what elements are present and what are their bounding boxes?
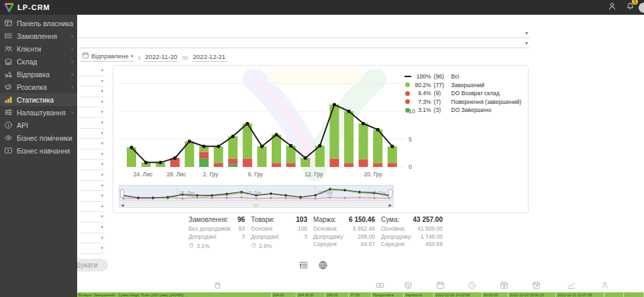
sidebar-item-розсилка[interactable]: .f{fill:currentColor;stroke:none}.k{fill…: [0, 80, 77, 93]
legend-item[interactable]: 7.3%(7)Повернення (завершений): [405, 98, 521, 107]
date-to-input[interactable]: 2022-12-21: [192, 53, 227, 62]
sidebar-item-замовлення[interactable]: .f{fill:currentColor;stroke:none}.k{fill…: [0, 29, 77, 42]
bag-icon[interactable]: .f{fill:currentColor;stroke:none}.k{fill…: [213, 280, 222, 292]
scroll-left-icon[interactable]: ◀: [121, 203, 124, 207]
chart-range-navigator[interactable]: 28. Лис5. Гру13. Гру19. Гру: [119, 185, 394, 201]
side-filter-select-12[interactable]: ▾: [79, 181, 105, 192]
sidebar-item-склад[interactable]: .f{fill:currentColor;stroke:none}.k{fill…: [0, 55, 77, 68]
table-cell[interactable]: Укрпошта: [404, 292, 434, 297]
side-filter-select-14[interactable]: ▾: [79, 202, 105, 213]
chevron-right-icon: ›: [71, 109, 73, 116]
side-filter-select-3[interactable]: ▾: [79, 86, 105, 97]
legend-count: (3): [434, 107, 449, 113]
banknote-icon[interactable]: .f{fill:currentColor;stroke:none}.k{fill…: [376, 280, 384, 292]
avatar[interactable]: [639, 3, 644, 13]
side-filter-select-6[interactable]: ▾: [79, 118, 105, 129]
navigator-left-handle[interactable]: [120, 189, 124, 198]
side-filter-select-2[interactable]: ▾: [79, 76, 105, 87]
table-cell[interactable]: ···: [624, 292, 644, 297]
side-filter-select-7[interactable]: ▾: [79, 129, 105, 139]
table-cell[interactable]: 2022-12-20 14:10:06: [434, 292, 482, 297]
sidebar-item-api[interactable]: .f{fill:currentColor;stroke:none}.k{fill…: [0, 119, 77, 131]
navigator-right-handle[interactable]: [388, 189, 392, 198]
stat-sub-value: 3: [241, 233, 245, 241]
legend-item[interactable]: 100%(96)Всі: [405, 72, 521, 81]
date-type-select[interactable]: .f{fill:currentColor;stroke:none}.k{fill…: [80, 52, 134, 62]
table-cell[interactable]: 00:00:00: [482, 292, 508, 297]
table-cell[interactable]: ···: [604, 292, 625, 297]
table-cell[interactable]: 204.00: [272, 292, 297, 297]
statistics-icon: .f{fill:currentColor;stroke:none}.k{fill…: [4, 95, 13, 104]
stat-sub-value: 93: [239, 225, 245, 233]
side-filter-selects: ▾▾▾▾▾▾▾▾▾▾▾▾▾▾▾▾▾▾: [79, 66, 105, 254]
sidebar-item-бізнес-помічники[interactable]: .f{fill:currentColor;stroke:none}.k{fill…: [0, 131, 77, 144]
table-cell[interactable]: Предоплата: [372, 292, 405, 297]
side-filter-select-9[interactable]: ▾: [79, 150, 105, 160]
stat-sub-value: 1 748.00: [421, 233, 443, 241]
mailing-icon: .f{fill:currentColor;stroke:none}.k{fill…: [4, 82, 13, 91]
table-cell[interactable]: 204.00 Zł: [297, 292, 325, 297]
side-filter-select-8[interactable]: ▾: [79, 139, 105, 150]
person-icon[interactable]: .f{fill:currentColor;stroke:none}.k{fill…: [600, 280, 609, 292]
calendar-dollar-icon[interactable]: .f{fill:currentColor;stroke:none}.k{fill…: [500, 280, 508, 292]
sidebar-item-відправка[interactable]: .f{fill:currentColor;stroke:none}.k{fill…: [0, 68, 77, 80]
stat-sub-label: Допродані:: [251, 233, 280, 241]
side-filter-select-10[interactable]: ▾: [79, 160, 105, 170]
side-filter-select-18[interactable]: ▾: [79, 243, 105, 254]
scrollbar-grip[interactable]: |||: [254, 203, 259, 207]
sidebar-item-клієнти[interactable]: .f{fill:currentColor;stroke:none}.k{fill…: [0, 42, 77, 55]
clock-icon[interactable]: .f{fill:currentColor;stroke:none}.k{fill…: [468, 280, 476, 292]
globe-toggle[interactable]: .f{fill:currentColor;stroke:none}.k{fill…: [318, 260, 328, 273]
side-filter-select-15[interactable]: ▾: [79, 212, 105, 223]
legend-item[interactable]: 3.1%(3)DO Завершено: [405, 106, 521, 115]
search-button[interactable]: Шукати: [77, 259, 108, 272]
stat-sub-value: 450.59: [425, 241, 443, 249]
legend-item[interactable]: 9.4%(9)DO Возврат склад: [405, 89, 521, 98]
x-tick-label: 6. Гру: [248, 171, 263, 178]
legend-percent: 9.4%: [414, 90, 431, 97]
side-filter-select-1[interactable]: ▾: [79, 66, 105, 76]
sidebar-item-панель-власника[interactable]: .f{fill:currentColor;stroke:none}.k{fill…: [0, 17, 77, 29]
chevron-down-icon: ▾: [101, 78, 103, 84]
sidebar-item-бізнес-навчання[interactable]: .f{fill:currentColor;stroke:none}.k{fill…: [0, 144, 77, 157]
legend-item[interactable]: 80.2%(77)Завершений: [405, 81, 521, 90]
user-icon[interactable]: .f{fill:currentColor;stroke:none}.k{fill…: [608, 1, 616, 13]
side-filter-select-4[interactable]: ▾: [79, 97, 105, 108]
sidebar-item-статистика[interactable]: .f{fill:currentColor;stroke:none}.k{fill…: [0, 93, 77, 106]
legend-marker-icon: [405, 99, 411, 104]
calendar-icon[interactable]: .f{fill:currentColor;stroke:none}.k{fill…: [436, 280, 445, 292]
date-from-input[interactable]: 2022-11-20: [144, 53, 178, 62]
brand[interactable]: LP-CRM: [0, 3, 50, 13]
table-row[interactable]: Возврат Завершений · Сумка Magic Tools (…: [77, 292, 644, 297]
sidebar-item-label: Бізнес навчання: [17, 147, 70, 155]
legend-count: (96): [434, 73, 449, 80]
notifications-bell[interactable]: .f{fill:currentColor;stroke:none}.k{fill…: [626, 1, 635, 13]
table-cell[interactable]: 77.00: [349, 292, 371, 297]
calendar-arrow-icon[interactable]: .f{fill:currentColor;stroke:none}.k{fill…: [532, 280, 541, 292]
side-filter-select-5[interactable]: ▾: [79, 107, 105, 118]
list-indent-toggle[interactable]: .f{fill:currentColor;stroke:none}.k{fill…: [299, 260, 309, 273]
main-content: ▾ ▾ .f{fill:currentColor;stroke:none}.k{…: [77, 15, 644, 297]
table-cell[interactable]: 2022-12-20 15:00:20: [508, 292, 556, 297]
chart-scrollbar[interactable]: ◀ ||| ▶: [119, 202, 394, 208]
scroll-right-icon[interactable]: ▶: [388, 203, 392, 207]
table-cell[interactable]: 2022-12-21 12:07:05: [556, 292, 604, 297]
sidebar-item-label: Склад: [17, 58, 37, 66]
filter-select-1[interactable]: ▾: [79, 29, 530, 38]
stat-title: Замовлення:: [189, 216, 229, 223]
chart-lines-icon[interactable]: .f{fill:currentColor;stroke:none}.k{fill…: [567, 280, 576, 292]
summary-stats: Замовлення:96Без допродажів:93Допродані:…: [189, 216, 443, 249]
side-filter-select-13[interactable]: ▾: [79, 191, 105, 202]
legend-label: DO Завершено: [451, 107, 492, 113]
calendar-icon: .f{fill:currentColor;stroke:none}.k{fill…: [82, 52, 89, 60]
table-cell[interactable]: Возврат Завершений · Сумка Magic Tools (…: [77, 292, 272, 297]
filter-select-2[interactable]: ▾: [79, 39, 530, 48]
side-filter-select-11[interactable]: ▾: [79, 170, 105, 181]
legend-percent: 7.3%: [414, 99, 431, 105]
table-cell[interactable]: 200.00: [325, 292, 349, 297]
sidebar-item-налаштування[interactable]: .f{fill:currentColor;stroke:none}.k{fill…: [0, 106, 77, 119]
svg-text:5: 5: [409, 136, 412, 143]
side-filter-select-16[interactable]: ▾: [79, 223, 105, 233]
cube-icon[interactable]: .f{fill:currentColor;stroke:none}.k{fill…: [404, 280, 413, 292]
side-filter-select-17[interactable]: ▾: [79, 233, 105, 244]
